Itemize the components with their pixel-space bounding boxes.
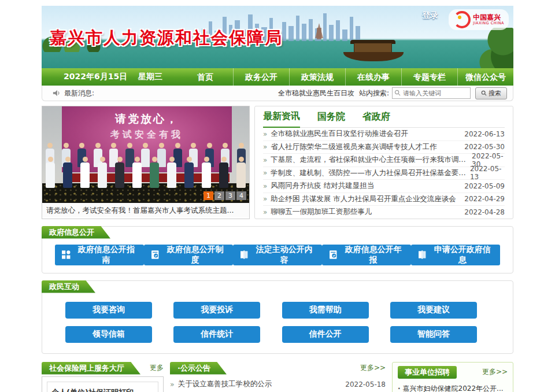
slider-page-3[interactable]: 3: [225, 191, 235, 200]
person-figure: [63, 157, 72, 188]
site-search-label: 站内搜索:: [359, 88, 389, 98]
slider-caption[interactable]: 请党放心，考试安全有我！首届嘉兴市人事考试系统主题...: [42, 203, 249, 217]
gov-info-request-button[interactable]: 申请公开政府信息: [411, 245, 500, 265]
complaint-button[interactable]: 我要投诉: [173, 302, 260, 319]
interaction-section: 政民互动 我要咨询 我要投诉 我需帮助 我要建议 领导信箱 信件统计 信件公开 …: [42, 280, 513, 354]
gov-info-annual-report-button[interactable]: 政府信息公开年报: [322, 245, 411, 265]
person-figure: [115, 157, 124, 188]
smart-qa-button[interactable]: 智能问答: [390, 326, 477, 343]
recruitment-list: 嘉兴市妇幼保健院2022年公开... 2022年嘉兴市属事业单位公开... 20…: [398, 381, 508, 392]
slider-page-4[interactable]: 4: [236, 191, 246, 200]
header-banner: 嘉兴市人力资源和社会保障局 登录 中国嘉兴 JIAXING CHINA: [42, 6, 513, 68]
tab-provincial-gov[interactable]: 省政府: [362, 111, 390, 127]
book-icon: [239, 250, 249, 260]
photo-slider: 请党放心， 考试安全有我 1 2 3 4 请党放心，考试安全有我！首届嘉兴市人事…: [42, 106, 250, 219]
site-title: 嘉兴市人力资源和社会保障局: [50, 27, 283, 50]
news-list: 全市稳就业惠民生百日攻坚行动推进会召开2022-06-13 省人社厅陈荣华二级巡…: [263, 128, 505, 219]
page: 嘉兴市人力资源和社会保障局 登录 中国嘉兴 JIAXING CHINA 2022…: [42, 0, 513, 392]
main-navbar: 2022年6月15日 星期三 首页 政务公开 政策法规 在线办事 专题专栏 微信…: [42, 68, 513, 86]
nav-weekday: 星期三: [138, 72, 162, 81]
book-icon: [417, 250, 427, 260]
stage-banner-line2: 考试安全有我: [62, 129, 232, 141]
login-link[interactable]: 登录: [422, 10, 438, 21]
speaker-icon: [53, 89, 61, 97]
gov-info-system-button[interactable]: 政府信息公开制度: [144, 245, 233, 265]
tab-latest-news[interactable]: 最新资讯: [263, 110, 300, 128]
search-button-icon: [481, 90, 487, 96]
recruitment-header: 事业单位招聘: [398, 366, 457, 379]
slider-photo[interactable]: 请党放心， 考试安全有我 1 2 3 4: [42, 106, 249, 203]
doc-check-icon: [328, 250, 338, 260]
news-item[interactable]: 助企纾困 共谋发展 市人力社保局召开重点企业交流座谈会2022-04-29: [263, 193, 505, 206]
news-item[interactable]: 风雨同舟齐抗疫 结对共建显担当2022-05-09: [263, 180, 505, 193]
search-button[interactable]: 搜索: [475, 87, 507, 99]
jiaxing-logo-icon: [453, 11, 471, 28]
social-insurance-column: 社会保险网上服务大厅 更多 个人(单位)社保证明打印 办事指南: [42, 362, 164, 392]
grid-icon: [61, 250, 71, 260]
nav-item-home[interactable]: 首页: [177, 68, 233, 86]
notices-header: ·公示公告: [170, 362, 227, 375]
jiaxing-logo[interactable]: 中国嘉兴 JIAXING CHINA: [449, 9, 509, 30]
person-figure: [219, 157, 228, 188]
social-insurance-header: 社会保险网上服务大厅: [42, 362, 140, 375]
canal-boat: [343, 38, 404, 61]
notices-more-link[interactable]: 更多>>: [360, 363, 386, 373]
nav-item-policy[interactable]: 政策法规: [289, 68, 345, 86]
logo-text-cn: 中国嘉兴: [473, 14, 504, 21]
search-input-magnifier-icon: [394, 90, 401, 96]
person-figure: [202, 157, 211, 188]
nav-item-gov-affairs[interactable]: 政务公开: [233, 68, 289, 86]
slider-page-1[interactable]: 1: [204, 191, 213, 200]
nav-menu: 首页 政务公开 政策法规 在线办事 专题专栏 微信公众号: [177, 68, 513, 86]
logo-text-en: JIAXING CHINA: [473, 21, 504, 25]
letter-statistics-button[interactable]: 信件统计: [173, 326, 260, 343]
suggestion-button[interactable]: 我要建议: [390, 302, 477, 319]
news-panel: 最新资讯 国务院 省政府 全市稳就业惠民生百日攻坚行动推进会召开2022-06-…: [254, 106, 513, 219]
search-input[interactable]: [392, 87, 471, 99]
group-photo-front-row: [46, 157, 246, 188]
stage-banner-line1: 请党放心，: [62, 112, 232, 127]
nav-item-special-topics[interactable]: 专题专栏: [401, 68, 457, 86]
pagoda-silhouette: [315, 23, 323, 38]
notice-list: 关于设立嘉善技工学校的公示2022-05-18 关于公布嘉兴市人力资源和社会保障…: [170, 377, 386, 392]
news-item[interactable]: 学制度、建机制、强防控——市人力社保局召开社保基金要情专题学习会2022-05-…: [263, 167, 505, 180]
doc-check-icon: [150, 250, 160, 260]
person-figure: [150, 157, 159, 188]
person-figure: [46, 157, 55, 188]
leader-mailbox-button[interactable]: 领导信箱: [65, 326, 152, 343]
person-figure: [80, 157, 90, 188]
recruitment-more-link[interactable]: 更多>>: [482, 367, 508, 377]
need-help-button[interactable]: 我需帮助: [282, 302, 369, 319]
right-trees: [461, 28, 513, 68]
gov-info-guide-button[interactable]: 政府信息公开指南: [55, 245, 144, 265]
news-item[interactable]: 下基层、走流程，省社保和就业中心主任项薇一行来我市调研“国统”上线情况2022-…: [263, 154, 505, 167]
nav-item-wechat[interactable]: 微信公众号: [457, 68, 513, 86]
slider-pagination: 1 2 3 4: [204, 191, 246, 200]
news-item[interactable]: 聊聊五一假期加班工资那些事儿2022-04-28: [263, 206, 505, 219]
recruitment-column: 事业单位招聘 更多>> 嘉兴市妇幼保健院2022年公开... 2022年嘉兴市属…: [392, 362, 513, 392]
interaction-header: 政民互动: [42, 280, 95, 293]
nav-item-online-service[interactable]: 在线办事: [345, 68, 401, 86]
slider-page-2[interactable]: 2: [214, 191, 224, 200]
social-insurance-cert-print-item[interactable]: 个人(单位)社保证明打印: [47, 382, 158, 392]
person-figure: [167, 157, 176, 188]
ticker-label: 最新消息:: [64, 88, 94, 98]
notice-item[interactable]: 关于设立嘉善技工学校的公示2022-05-18: [170, 377, 386, 392]
person-figure: [236, 157, 246, 188]
consult-button[interactable]: 我要咨询: [65, 302, 152, 319]
gov-info-header: 政府信息公开: [42, 226, 110, 239]
person-figure: [98, 157, 107, 188]
social-insurance-more-link[interactable]: 更多: [150, 363, 164, 373]
gov-info-statutory-button[interactable]: 法定主动公开内容: [233, 245, 322, 265]
nav-date: 2022年6月15日: [64, 72, 127, 81]
news-ticker-bar: 最新消息: 全市稳就业惠民生百日攻 站内搜索: 搜索: [42, 86, 513, 101]
tab-state-council[interactable]: 国务院: [317, 111, 345, 127]
ticker-marquee-text[interactable]: 全市稳就业惠民生百日攻: [278, 88, 354, 98]
recruitment-item[interactable]: 嘉兴市妇幼保健院2022年公开...: [398, 381, 508, 392]
letter-disclosure-button[interactable]: 信件公开: [282, 326, 369, 343]
gov-info-section: 政府信息公开 政府信息公开指南 政府信息公开制度: [42, 226, 513, 273]
news-item[interactable]: 省人社厅陈荣华二级巡视员来嘉兴调研专技人才工作2022-05-30: [263, 141, 505, 154]
news-tabs: 最新资讯 国务院 省政府: [263, 106, 505, 128]
person-figure: [184, 157, 194, 188]
news-item[interactable]: 全市稳就业惠民生百日攻坚行动推进会召开2022-06-13: [263, 128, 505, 141]
